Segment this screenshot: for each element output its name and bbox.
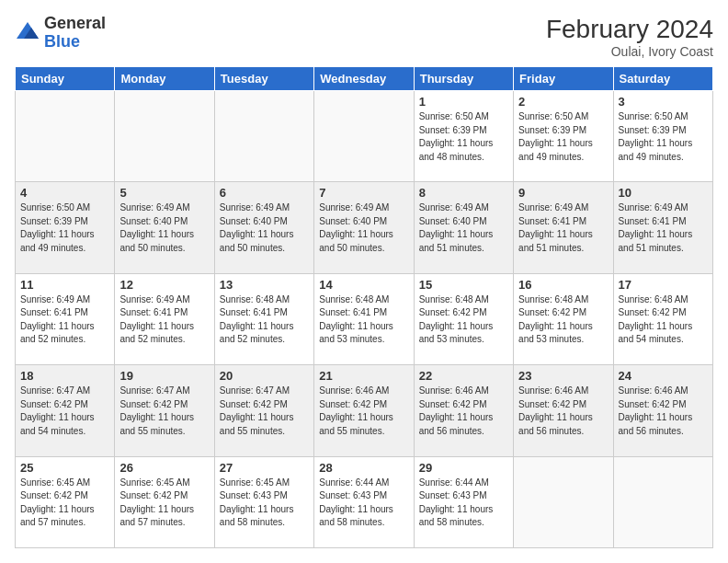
day-info: Sunrise: 6:49 AM Sunset: 6:40 PM Dayligh… <box>419 201 508 255</box>
calendar-week-row: 25Sunrise: 6:45 AM Sunset: 6:42 PM Dayli… <box>16 456 713 547</box>
calendar-day-cell: 7Sunrise: 6:49 AM Sunset: 6:40 PM Daylig… <box>314 182 414 273</box>
calendar-day-header: Wednesday <box>314 67 414 91</box>
day-info: Sunrise: 6:47 AM Sunset: 6:42 PM Dayligh… <box>220 385 309 438</box>
day-info: Sunrise: 6:49 AM Sunset: 6:40 PM Dayligh… <box>319 201 408 255</box>
calendar-day-cell: 23Sunrise: 6:46 AM Sunset: 6:42 PM Dayli… <box>514 365 613 456</box>
day-number: 2 <box>518 95 608 109</box>
day-info: Sunrise: 6:45 AM Sunset: 6:42 PM Dayligh… <box>119 477 209 530</box>
calendar-day-cell: 10Sunrise: 6:49 AM Sunset: 6:41 PM Dayli… <box>613 182 712 273</box>
calendar-day-cell: 19Sunrise: 6:47 AM Sunset: 6:42 PM Dayli… <box>115 365 214 456</box>
calendar-day-cell <box>314 91 414 182</box>
day-number: 9 <box>518 186 608 200</box>
calendar-header-row: SundayMondayTuesdayWednesdayThursdayFrid… <box>16 67 713 91</box>
month-year: February 2024 <box>546 15 713 44</box>
calendar-day-header: Friday <box>514 67 613 91</box>
day-number: 17 <box>619 278 708 292</box>
logo-icon <box>15 20 40 46</box>
day-number: 20 <box>220 369 309 383</box>
day-number: 10 <box>619 186 708 200</box>
calendar-day-cell: 15Sunrise: 6:48 AM Sunset: 6:42 PM Dayli… <box>414 273 513 364</box>
day-info: Sunrise: 6:48 AM Sunset: 6:42 PM Dayligh… <box>518 293 608 347</box>
day-info: Sunrise: 6:48 AM Sunset: 6:41 PM Dayligh… <box>319 293 408 347</box>
day-info: Sunrise: 6:49 AM Sunset: 6:41 PM Dayligh… <box>119 293 209 347</box>
calendar-day-header: Tuesday <box>214 67 313 91</box>
calendar-day-cell: 28Sunrise: 6:44 AM Sunset: 6:43 PM Dayli… <box>314 456 414 547</box>
day-number: 26 <box>119 461 209 475</box>
day-info: Sunrise: 6:49 AM Sunset: 6:41 PM Dayligh… <box>518 201 608 255</box>
day-number: 27 <box>220 461 309 475</box>
day-info: Sunrise: 6:50 AM Sunset: 6:39 PM Dayligh… <box>419 110 508 164</box>
day-info: Sunrise: 6:50 AM Sunset: 6:39 PM Dayligh… <box>518 110 608 164</box>
calendar-day-cell: 9Sunrise: 6:49 AM Sunset: 6:41 PM Daylig… <box>514 182 613 273</box>
page: General Blue February 2024 Oulai, Ivory … <box>0 0 728 563</box>
day-number: 29 <box>419 461 508 475</box>
calendar-day-cell: 4Sunrise: 6:50 AM Sunset: 6:39 PM Daylig… <box>16 182 115 273</box>
calendar-day-cell: 8Sunrise: 6:49 AM Sunset: 6:40 PM Daylig… <box>414 182 513 273</box>
day-info: Sunrise: 6:44 AM Sunset: 6:43 PM Dayligh… <box>419 477 508 530</box>
day-number: 7 <box>319 186 408 200</box>
logo-text: General Blue <box>44 15 106 52</box>
day-number: 25 <box>20 461 109 475</box>
calendar-week-row: 4Sunrise: 6:50 AM Sunset: 6:39 PM Daylig… <box>16 182 713 273</box>
day-info: Sunrise: 6:47 AM Sunset: 6:42 PM Dayligh… <box>20 385 109 438</box>
calendar-day-cell: 14Sunrise: 6:48 AM Sunset: 6:41 PM Dayli… <box>314 273 414 364</box>
calendar-day-cell <box>115 91 214 182</box>
day-info: Sunrise: 6:46 AM Sunset: 6:42 PM Dayligh… <box>518 385 608 438</box>
calendar-week-row: 1Sunrise: 6:50 AM Sunset: 6:39 PM Daylig… <box>16 91 713 182</box>
day-info: Sunrise: 6:50 AM Sunset: 6:39 PM Dayligh… <box>20 201 109 255</box>
day-info: Sunrise: 6:44 AM Sunset: 6:43 PM Dayligh… <box>319 477 408 530</box>
calendar-day-cell: 22Sunrise: 6:46 AM Sunset: 6:42 PM Dayli… <box>414 365 513 456</box>
day-info: Sunrise: 6:49 AM Sunset: 6:40 PM Dayligh… <box>220 201 309 255</box>
day-number: 6 <box>220 186 309 200</box>
header: General Blue February 2024 Oulai, Ivory … <box>15 15 713 59</box>
calendar-day-header: Thursday <box>414 67 513 91</box>
day-number: 19 <box>119 369 209 383</box>
day-number: 8 <box>419 186 508 200</box>
calendar-day-cell: 18Sunrise: 6:47 AM Sunset: 6:42 PM Dayli… <box>16 365 115 456</box>
day-number: 13 <box>220 278 309 292</box>
day-info: Sunrise: 6:46 AM Sunset: 6:42 PM Dayligh… <box>319 385 408 438</box>
day-number: 22 <box>419 369 508 383</box>
day-info: Sunrise: 6:46 AM Sunset: 6:42 PM Dayligh… <box>619 385 708 438</box>
calendar-day-header: Saturday <box>613 67 712 91</box>
title-block: February 2024 Oulai, Ivory Coast <box>546 15 713 59</box>
day-number: 1 <box>419 95 508 109</box>
calendar-day-cell: 13Sunrise: 6:48 AM Sunset: 6:41 PM Dayli… <box>214 273 313 364</box>
calendar-table: SundayMondayTuesdayWednesdayThursdayFrid… <box>15 66 713 548</box>
day-info: Sunrise: 6:45 AM Sunset: 6:43 PM Dayligh… <box>220 477 309 530</box>
calendar-day-cell: 5Sunrise: 6:49 AM Sunset: 6:40 PM Daylig… <box>115 182 214 273</box>
calendar-day-cell: 24Sunrise: 6:46 AM Sunset: 6:42 PM Dayli… <box>613 365 712 456</box>
day-number: 24 <box>619 369 708 383</box>
calendar-day-header: Sunday <box>16 67 115 91</box>
day-info: Sunrise: 6:45 AM Sunset: 6:42 PM Dayligh… <box>20 477 109 530</box>
calendar-day-cell: 6Sunrise: 6:49 AM Sunset: 6:40 PM Daylig… <box>214 182 313 273</box>
calendar-day-cell: 27Sunrise: 6:45 AM Sunset: 6:43 PM Dayli… <box>214 456 313 547</box>
calendar-day-cell <box>514 456 613 547</box>
calendar-day-cell: 11Sunrise: 6:49 AM Sunset: 6:41 PM Dayli… <box>16 273 115 364</box>
location: Oulai, Ivory Coast <box>546 44 713 59</box>
calendar-day-cell <box>613 456 712 547</box>
day-info: Sunrise: 6:50 AM Sunset: 6:39 PM Dayligh… <box>619 110 708 164</box>
calendar-day-cell: 17Sunrise: 6:48 AM Sunset: 6:42 PM Dayli… <box>613 273 712 364</box>
calendar-day-cell: 29Sunrise: 6:44 AM Sunset: 6:43 PM Dayli… <box>414 456 513 547</box>
day-number: 12 <box>119 278 209 292</box>
day-number: 18 <box>20 369 109 383</box>
calendar-day-cell: 16Sunrise: 6:48 AM Sunset: 6:42 PM Dayli… <box>514 273 613 364</box>
day-number: 11 <box>20 278 109 292</box>
calendar-day-cell <box>16 91 115 182</box>
day-number: 3 <box>619 95 708 109</box>
calendar-week-row: 11Sunrise: 6:49 AM Sunset: 6:41 PM Dayli… <box>16 273 713 364</box>
calendar-day-header: Monday <box>115 67 214 91</box>
day-number: 16 <box>518 278 608 292</box>
calendar-day-cell: 2Sunrise: 6:50 AM Sunset: 6:39 PM Daylig… <box>514 91 613 182</box>
day-number: 5 <box>119 186 209 200</box>
day-info: Sunrise: 6:48 AM Sunset: 6:42 PM Dayligh… <box>419 293 508 347</box>
calendar-day-cell: 20Sunrise: 6:47 AM Sunset: 6:42 PM Dayli… <box>214 365 313 456</box>
day-number: 15 <box>419 278 508 292</box>
calendar-day-cell <box>214 91 313 182</box>
calendar-week-row: 18Sunrise: 6:47 AM Sunset: 6:42 PM Dayli… <box>16 365 713 456</box>
calendar-day-cell: 1Sunrise: 6:50 AM Sunset: 6:39 PM Daylig… <box>414 91 513 182</box>
day-number: 28 <box>319 461 408 475</box>
day-info: Sunrise: 6:46 AM Sunset: 6:42 PM Dayligh… <box>419 385 508 438</box>
calendar-day-cell: 12Sunrise: 6:49 AM Sunset: 6:41 PM Dayli… <box>115 273 214 364</box>
